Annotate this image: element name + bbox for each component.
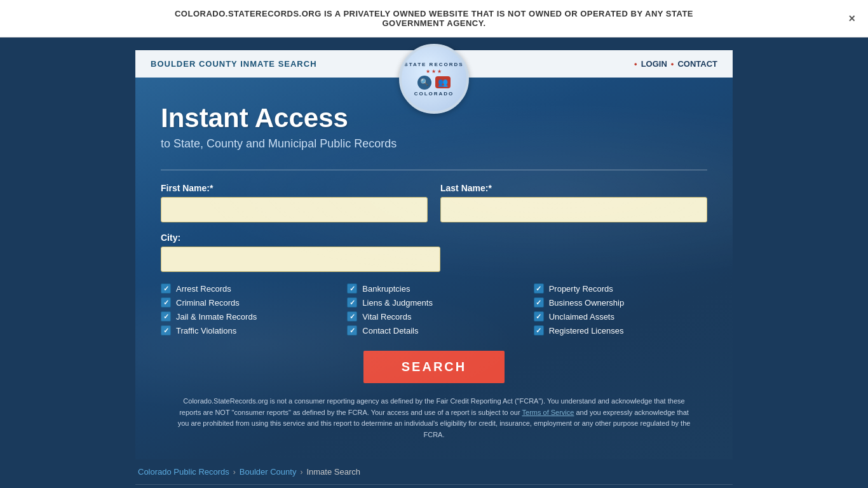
city-input[interactable] [161, 247, 440, 272]
checkbox-icon [534, 283, 544, 294]
checkbox-icon [347, 297, 357, 308]
breadcrumb-link[interactable]: Colorado Public Records [138, 467, 229, 477]
checkbox-label: Criminal Records [176, 298, 240, 308]
banner-close-button[interactable]: × [848, 12, 855, 25]
checkbox-icon [534, 311, 544, 322]
checkbox-item: Property Records [534, 283, 707, 294]
checkbox-label: Bankruptcies [362, 284, 410, 294]
checkbox-icon [534, 325, 544, 336]
header-nav: • LOGIN • CONTACT [634, 59, 717, 69]
checkbox-item: Liens & Judgments [347, 297, 520, 308]
checkbox-item: Bankruptcies [347, 283, 520, 294]
checkbox-label: Liens & Judgments [362, 298, 433, 308]
login-dot: • [634, 59, 637, 69]
breadcrumb-link[interactable]: Boulder County [240, 467, 297, 477]
checkbox-item: Traffic Violations [161, 325, 334, 336]
first-name-group: First Name:* [161, 183, 428, 222]
star-icon-3: ★ [437, 69, 442, 74]
breadcrumb: Colorado Public Records›Boulder County›I… [135, 459, 733, 484]
checkbox-item: Business Ownership [534, 297, 707, 308]
checkbox-label: Registered Licenses [549, 326, 624, 336]
checkbox-item: Unclaimed Assets [534, 311, 707, 322]
checkbox-item: Jail & Inmate Records [161, 311, 334, 322]
city-group: City: [161, 233, 440, 272]
checkbox-label: Property Records [549, 284, 613, 294]
terms-link[interactable]: Terms of Service [522, 409, 574, 416]
checkbox-icon [161, 297, 171, 308]
checkbox-icon [347, 311, 357, 322]
search-subheading: to State, County and Municipal Public Re… [161, 137, 707, 151]
divider [161, 170, 707, 170]
contact-link[interactable]: CONTACT [677, 59, 717, 69]
search-card: Instant Access to State, County and Muni… [135, 78, 733, 459]
search-icon: 🔍 [417, 76, 431, 90]
star-icon-1: ★ [426, 69, 430, 74]
checkbox-icon [347, 325, 357, 336]
checkbox-icon [161, 325, 171, 336]
checkbox-label: Unclaimed Assets [549, 312, 614, 322]
checkbox-icon [347, 283, 357, 294]
disclaimer: Colorado.StateRecords.org is not a consu… [161, 396, 707, 440]
checkbox-item: Contact Details [347, 325, 520, 336]
star-icon-2: ★ [431, 69, 436, 74]
logo-circle: STATE RECORDS ★ ★ ★ 🔍 👥 COLORADO [399, 44, 469, 114]
checkbox-item: Criminal Records [161, 297, 334, 308]
logo-icon-row: 🔍 👥 [417, 76, 451, 90]
logo-inner: STATE RECORDS ★ ★ ★ 🔍 👥 COLORADO [404, 62, 463, 97]
search-button[interactable]: SEARCH [363, 351, 505, 383]
breadcrumb-chevron: › [233, 468, 236, 477]
breadcrumb-current: Inmate Search [306, 467, 360, 477]
contact-dot: • [671, 59, 674, 69]
people-icon: 👥 [435, 76, 451, 88]
checkbox-item: Vital Records [347, 311, 520, 322]
breadcrumb-chevron: › [300, 468, 302, 477]
checkbox-label: Contact Details [362, 326, 418, 336]
checkboxes-section: Arrest RecordsBankruptciesProperty Recor… [161, 283, 707, 336]
first-name-label: First Name:* [161, 183, 428, 193]
logo-text-top: STATE RECORDS [404, 62, 463, 67]
logo-stars: ★ ★ ★ [426, 69, 442, 74]
top-banner: COLORADO.STATERECORDS.ORG IS A PRIVATELY… [0, 0, 868, 37]
first-name-input[interactable] [161, 197, 428, 222]
main-wrapper: STATE RECORDS ★ ★ ★ 🔍 👥 COLORADO BOULDER… [0, 37, 868, 488]
checkbox-item: Registered Licenses [534, 325, 707, 336]
checkbox-label: Business Ownership [549, 298, 625, 308]
checkbox-item: Arrest Records [161, 283, 334, 294]
checkbox-label: Jail & Inmate Records [176, 312, 257, 322]
last-name-group: Last Name:* [440, 183, 707, 222]
login-link[interactable]: LOGIN [641, 59, 667, 69]
main-card: STATE RECORDS ★ ★ ★ 🔍 👥 COLORADO BOULDER… [135, 50, 733, 459]
checkbox-icon [161, 283, 171, 294]
city-row: City: [161, 233, 707, 272]
banner-text: COLORADO.STATERECORDS.ORG IS A PRIVATELY… [148, 9, 720, 28]
checkbox-label: Traffic Violations [176, 326, 236, 336]
city-label: City: [161, 233, 440, 243]
checkbox-icon [161, 311, 171, 322]
breadcrumb-divider [135, 484, 733, 485]
checkbox-icon [534, 297, 544, 308]
search-btn-wrapper: SEARCH [161, 351, 707, 383]
name-row: First Name:* Last Name:* [161, 183, 707, 222]
checkbox-label: Arrest Records [176, 284, 231, 294]
card-header-title: BOULDER COUNTY INMATE SEARCH [151, 59, 317, 69]
checkbox-label: Vital Records [362, 312, 411, 322]
last-name-input[interactable] [440, 197, 707, 222]
last-name-label: Last Name:* [440, 183, 707, 193]
logo-wrapper: STATE RECORDS ★ ★ ★ 🔍 👥 COLORADO [399, 44, 469, 114]
logo-text-bottom: COLORADO [414, 91, 454, 97]
